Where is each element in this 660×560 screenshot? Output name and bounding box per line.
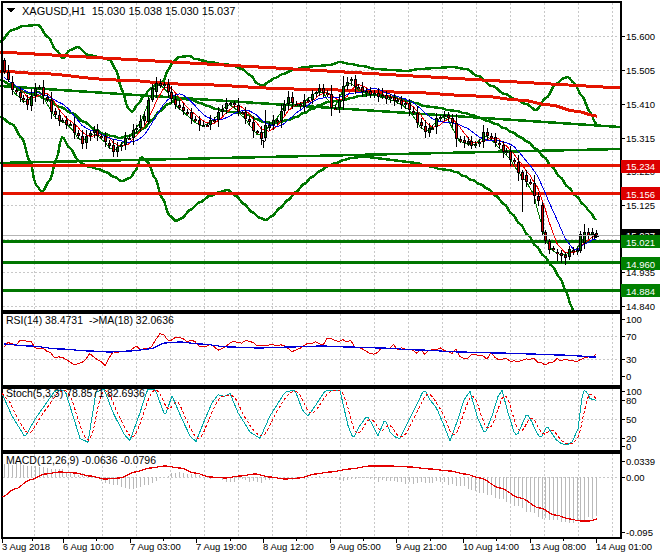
- svg-text:14 Aug 01:00: 14 Aug 01:00: [596, 541, 652, 552]
- svg-text:13 Aug 08:00: 13 Aug 08:00: [530, 541, 586, 552]
- svg-text:MACD(12,26,9) -0.0636 -0.0796: MACD(12,26,9) -0.0636 -0.0796: [6, 454, 156, 466]
- svg-text:7 Aug 19:00: 7 Aug 19:00: [196, 541, 247, 552]
- svg-text:14.960: 14.960: [626, 259, 655, 270]
- svg-text:3 Aug 2018: 3 Aug 2018: [2, 541, 50, 552]
- svg-text:XAGUSD,H1 15.030 15.038 15.03: XAGUSD,H1 15.030 15.038 15.030 15.037: [22, 5, 235, 17]
- svg-text:15.156: 15.156: [626, 189, 655, 200]
- svg-text:8 Aug 12:00: 8 Aug 12:00: [263, 541, 314, 552]
- svg-text:15.125: 15.125: [626, 200, 655, 211]
- svg-text:15.315: 15.315: [626, 133, 655, 144]
- svg-text:0: 0: [626, 441, 631, 452]
- svg-text:80: 80: [626, 395, 637, 406]
- svg-text:70: 70: [626, 331, 637, 342]
- svg-text:9 Aug 21:00: 9 Aug 21:00: [396, 541, 447, 552]
- svg-text:RSI(14) 38.4731 ->MA(18) 32.0: RSI(14) 38.4731 ->MA(18) 32.0636: [6, 314, 174, 326]
- svg-text:9 Aug 05:00: 9 Aug 05:00: [330, 541, 381, 552]
- svg-text:Stoch(5,3,3) 78.8571 82.6936: Stoch(5,3,3) 78.8571 82.6936: [6, 387, 145, 399]
- svg-text:7 Aug 03:00: 7 Aug 03:00: [130, 541, 181, 552]
- svg-text:14.840: 14.840: [626, 301, 655, 312]
- svg-text:-0.095: -0.095: [626, 527, 653, 538]
- svg-text:15.234: 15.234: [626, 161, 655, 172]
- svg-text:15.021: 15.021: [626, 237, 655, 248]
- svg-text:0.00: 0.00: [626, 472, 645, 483]
- svg-text:6 Aug 10:00: 6 Aug 10:00: [63, 541, 114, 552]
- svg-text:100: 100: [626, 314, 642, 325]
- svg-text:10 Aug 14:00: 10 Aug 14:00: [463, 541, 519, 552]
- svg-text:0: 0: [626, 371, 631, 382]
- svg-text:15.505: 15.505: [626, 65, 655, 76]
- svg-text:30: 30: [626, 354, 637, 365]
- svg-text:15.600: 15.600: [626, 31, 655, 42]
- svg-text:15.410: 15.410: [626, 99, 655, 110]
- svg-text:50: 50: [626, 414, 637, 425]
- svg-text:0.0339: 0.0339: [626, 456, 655, 467]
- svg-text:14.884: 14.884: [626, 286, 655, 297]
